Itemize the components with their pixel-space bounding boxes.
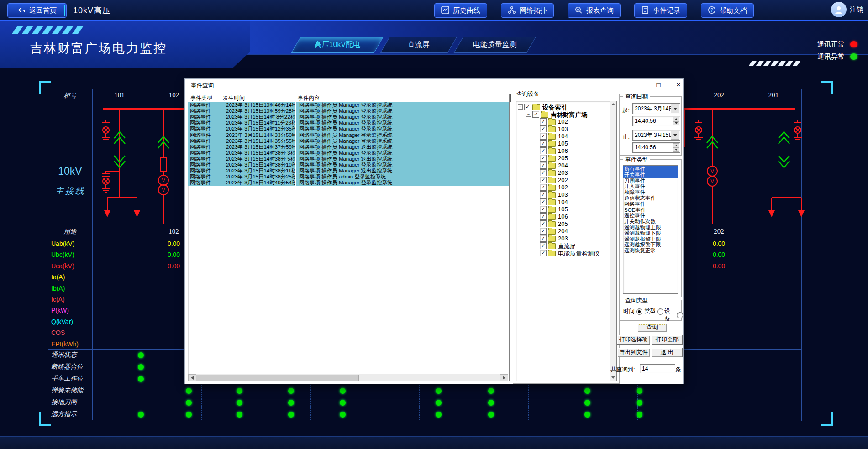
table-row[interactable]: 网络事件2023年 3月15日14时35分55秒772毫秒网络事项 操作员 Ma… [188,138,509,145]
tree-checkbox[interactable]: ✓ [540,177,547,183]
tree-item-105[interactable]: ✓105 [516,205,616,213]
minimize-icon[interactable]: — [632,80,642,89]
tree-item-105[interactable]: ✓105 [516,140,616,147]
query-button[interactable]: 查询 [637,323,667,332]
exit-button[interactable]: 退 出 [652,348,683,357]
dialog-titlebar[interactable]: 事件查询 — □ × [185,79,683,91]
tree-checkbox[interactable]: ✓ [540,206,547,213]
table-row[interactable]: 网络事件2023年 3月15日14时38分 3秒921毫秒网络事项 操作员 Ma… [188,150,509,157]
tree-item-205[interactable]: ✓205 [516,154,616,162]
tree-checkbox[interactable]: ✓ [540,155,547,162]
tree-item-104[interactable]: ✓104 [516,132,616,140]
history-curve-button[interactable]: 历史曲线 [434,3,487,18]
tree-item-103[interactable]: ✓103 [516,191,616,198]
spinner-icons[interactable] [673,117,679,125]
date-from-select[interactable]: 2023年 3月14日 [632,103,680,114]
tree-checkbox[interactable]: ✓ [540,250,547,256]
event-type-option[interactable]: 故障事件 [623,189,678,195]
tree-item-电能质量检测仪[interactable]: ✓电能质量检测仪 [516,249,616,256]
tree-item-102[interactable]: ✓102 [516,118,616,125]
tree-checkbox[interactable]: ✓ [540,220,547,227]
date-to-select[interactable]: 2023年 3月15日 [632,130,680,141]
event-type-option[interactable]: 开关事件 [623,172,678,178]
tree-checkbox[interactable]: ✓ [540,242,547,249]
tree-checkbox[interactable]: ✓ [540,191,547,198]
user-avatar-icon[interactable] [831,2,847,17]
tree-item-102[interactable]: ✓102 [516,183,616,191]
tree-checkbox[interactable]: ✓ [540,140,547,147]
tree-item-205[interactable]: ✓205 [516,220,616,227]
table-row[interactable]: 网络事件2023年 3月15日14时 8分22秒121毫秒网络事项 操作员 Ma… [188,114,509,120]
query-type-radio-设备[interactable]: 设备 [664,308,683,323]
table-row[interactable]: 网络事件2023年 3月15日14时38分25秒565毫秒网络事项 操作员 ad… [188,174,509,180]
tree-expander-icon[interactable]: − [526,112,531,117]
tree-item-203[interactable]: ✓203 [516,235,616,242]
table-row[interactable]: 网络事件2023年 3月15日14时33分50秒902毫秒网络事项 操作员 Ma… [188,132,509,139]
tree-checkbox[interactable]: ✓ [540,228,547,235]
help-doc-button[interactable]: ?帮助文档 [701,3,754,18]
scrollbar-thumb[interactable] [196,375,359,381]
event-type-option[interactable]: 遥测越物理上限 [623,224,678,230]
event-type-option[interactable]: 网络事件 [623,201,678,207]
tree-checkbox[interactable]: ✓ [540,198,547,205]
tree-checkbox[interactable]: ✓ [540,118,547,125]
tree-checkbox[interactable]: ✓ [524,104,531,110]
table-row[interactable]: 网络事件2023年 3月15日14时40分54秒639毫秒网络事项 操作员 Ma… [188,180,509,186]
tree-item-204[interactable]: ✓204 [516,162,616,169]
event-type-option[interactable]: 通信状态事件 [623,195,678,201]
tree-item-202[interactable]: ✓202 [516,176,616,183]
time-to-spinner[interactable]: 14:40:56 [632,142,680,153]
dropdown-arrow-icon[interactable] [671,131,679,140]
tab-高压10kV配电[interactable]: 高压10kV配电 [291,37,384,53]
report-query-button[interactable]: 报表查询 [568,3,621,18]
table-row[interactable]: 网络事件2023年 3月15日14时38分11秒618毫秒网络事项 操作员 Ma… [188,168,509,174]
scroll-up-icon[interactable] [611,103,615,105]
table-row[interactable]: 网络事件2023年 3月15日14时38分10秒 77毫秒网络事项 操作员 Ma… [188,162,509,168]
tree-checkbox[interactable]: ✓ [540,125,547,132]
event-type-option[interactable]: 刀闸事件 [623,178,678,184]
tree-item-203[interactable]: ✓203 [516,169,616,176]
tree-item-吉林财富广场[interactable]: −✓吉林财富广场 [516,110,616,118]
tree-checkbox[interactable]: ✓ [540,235,547,242]
event-type-option[interactable]: 遥测越报警上限 [623,236,678,242]
event-record-button[interactable]: 事件记录 [634,3,687,18]
tree-checkbox[interactable]: ✓ [532,111,539,118]
scroll-down-icon[interactable] [611,376,615,379]
event-type-option[interactable]: 遥测越报警下限 [623,242,678,248]
tree-checkbox[interactable]: ✓ [540,147,547,154]
close-icon[interactable]: × [673,80,684,89]
table-row[interactable]: 网络事件2023年 3月15日14时12分35秒285毫秒网络事项 操作员 Ma… [188,126,509,132]
tab-电能质量监测[interactable]: 电能质量监测 [454,37,537,53]
table-row[interactable]: 网络事件2023年 3月15日14时11分26秒969毫秒网络事项 操作员 Ma… [188,120,509,126]
horizontal-scrollbar[interactable] [188,374,508,381]
tree-checkbox[interactable]: ✓ [540,184,547,191]
print-selected-button[interactable]: 打印选择项 [617,335,650,345]
tree-item-106[interactable]: ✓106 [516,213,616,220]
tree-item-直流屏[interactable]: ✓直流屏 [516,242,616,249]
tree-item-106[interactable]: ✓106 [516,147,616,154]
table-row[interactable]: 网络事件2023年 3月15日14时37分59秒499毫秒网络事项 操作员 Ma… [188,144,509,151]
tree-expander-icon[interactable]: − [518,104,523,110]
table-row[interactable]: 网络事件2023年 3月15日14时38分 5秒691毫秒网络事项 操作员 Ma… [188,156,509,162]
table-row[interactable]: 网络事件2023年 3月15日13时59分28秒918毫秒网络事项 操作员 Ma… [188,108,509,115]
event-type-option[interactable]: 遥控事件 [623,213,678,219]
tree-item-204[interactable]: ✓204 [516,227,616,235]
result-count-field[interactable]: 14 [640,364,675,373]
dropdown-arrow-icon[interactable] [671,104,679,113]
print-all-button[interactable]: 打印全部 [652,335,683,345]
query-type-radio-时间[interactable]: 时间 [623,308,642,315]
tree-checkbox[interactable]: ✓ [540,169,547,176]
scroll-right-icon[interactable] [500,374,508,381]
tree-checkbox[interactable]: ✓ [540,162,547,169]
time-from-spinner[interactable]: 14:40:56 [632,116,680,126]
table-row[interactable]: 网络事件2023年 3月15日13时46分14秒162毫秒网络事项 操作员 Ma… [188,102,509,109]
query-type-radio-类型[interactable]: 类型 [644,308,663,315]
export-button[interactable]: 导出到文件 [617,348,650,357]
scroll-left-icon[interactable] [188,374,196,381]
event-type-option[interactable]: 开关动作次数 [623,219,678,224]
event-type-option[interactable]: SOE事件 [623,207,678,213]
tree-checkbox[interactable]: ✓ [540,213,547,220]
tree-item-103[interactable]: ✓103 [516,125,616,132]
tree-item-设备索引[interactable]: −✓设备索引 [516,103,616,110]
tree-item-104[interactable]: ✓104 [516,198,616,205]
